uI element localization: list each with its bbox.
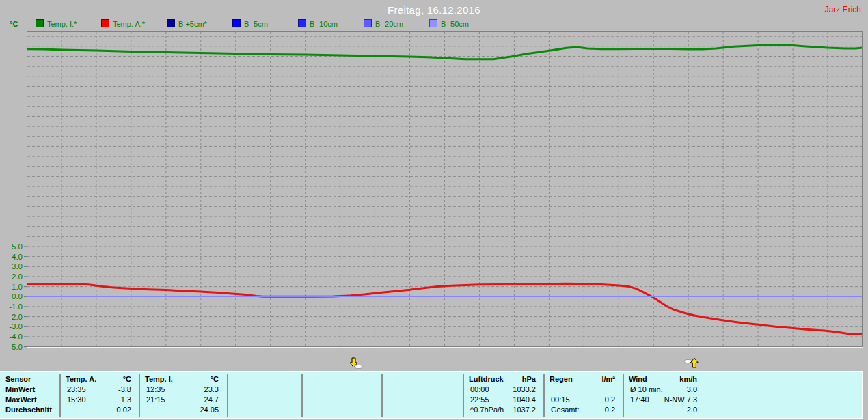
cell-value: 1.3 — [66, 395, 131, 404]
y-axis-label: -2.0 — [9, 313, 23, 321]
row-label: Durchschnitt — [5, 405, 52, 415]
legend-item-label: B -5cm — [244, 20, 268, 28]
y-axis-label: -1.0 — [9, 303, 23, 311]
cell-value: 0.02 — [66, 405, 131, 415]
cell-value: 24.7 — [145, 395, 219, 404]
legend-item: Temp. I.* — [36, 19, 77, 29]
legend-swatch-icon — [101, 19, 109, 27]
cell-value: 23.3 — [145, 384, 219, 394]
sun-down-marker-icon — [350, 358, 363, 369]
column-unit: km/h — [629, 374, 697, 384]
legend-item: B -5cm — [232, 19, 268, 29]
legend-swatch-icon — [298, 19, 306, 27]
column-unit: hPa — [469, 374, 536, 384]
legend-item-label: B +5cm* — [178, 20, 207, 28]
column-unit: °C — [145, 374, 219, 384]
y-axis-label: -5.0 — [9, 343, 23, 351]
cell-value: N-NW 7.3 — [629, 395, 697, 404]
y-axis-label: 3.0 — [12, 262, 23, 270]
legend: °C Temp. I.*Temp. A.*B +5cm*B -5cmB -10c… — [0, 19, 868, 30]
chart-svg: 5.04.03.02.01.00.0-1.0-2.0-3.0-4.0-5.0 — [0, 31, 868, 371]
cell-value: 1037.2 — [469, 405, 536, 415]
legend-swatch-icon — [36, 19, 44, 27]
legend-swatch-icon — [167, 19, 175, 27]
y-axis-label: 5.0 — [12, 242, 23, 251]
table-divider — [227, 374, 228, 417]
title-bar: Freitag, 16.12.2016 Jarz Erich — [0, 0, 868, 18]
cell-value: 1033.2 — [469, 384, 536, 394]
cell-value: 0.2 — [550, 395, 615, 404]
y-axis-label: -3.0 — [9, 322, 23, 331]
cell-value: 0.2 — [550, 405, 615, 415]
legend-swatch-icon — [429, 19, 437, 27]
table-divider — [301, 374, 303, 417]
legend-item: B -50cm — [429, 19, 469, 29]
table-divider — [139, 374, 140, 417]
legend-swatch-icon — [364, 19, 372, 27]
y-axis-label: 0.0 — [12, 292, 23, 300]
legend-item: B -20cm — [364, 19, 403, 29]
legend-item-label: Temp. I.* — [47, 20, 77, 28]
y-axis-label: 4.0 — [12, 253, 23, 261]
y-axis-label: 2.0 — [12, 272, 23, 281]
temperature-unit-label: °C — [10, 20, 18, 28]
legend-item-label: Temp. A.* — [113, 20, 145, 28]
legend-item-label: B -50cm — [441, 20, 469, 28]
table-divider — [463, 374, 464, 417]
table-header-sensor: Sensor — [5, 374, 31, 384]
legend-item: B +5cm* — [167, 19, 207, 29]
y-axis-label: 1.0 — [12, 283, 23, 291]
column-unit: l/m² — [550, 374, 615, 384]
table-divider — [623, 374, 624, 417]
summary-table: SensorMinWertMaxWertDurchschnittTemp. A.… — [0, 371, 863, 419]
legend-item: Temp. A.* — [101, 19, 145, 29]
table-divider — [59, 374, 61, 417]
column-unit: °C — [66, 374, 131, 384]
cell-value: 3.0 — [629, 384, 697, 394]
cell-value: 2.0 — [629, 405, 697, 415]
table-divider — [381, 374, 383, 417]
user-name: Jarz Erich — [825, 5, 861, 14]
legend-item-label: B -10cm — [310, 20, 338, 28]
cell-value: 24.05 — [145, 405, 219, 415]
y-axis-label: -4.0 — [9, 333, 23, 341]
series-line-temp-i- — [27, 45, 863, 59]
row-label: MaxWert — [5, 395, 37, 404]
legend-swatch-icon — [232, 19, 241, 27]
table-divider — [543, 374, 545, 417]
cell-value: 1040.4 — [469, 395, 536, 404]
legend-item: B -10cm — [298, 19, 338, 29]
page-title: Freitag, 16.12.2016 — [0, 4, 868, 16]
legend-item-label: B -20cm — [375, 20, 403, 28]
sun-up-marker-icon — [684, 358, 699, 367]
row-label: MinWert — [5, 384, 35, 394]
cell-value: -3.8 — [66, 384, 131, 394]
